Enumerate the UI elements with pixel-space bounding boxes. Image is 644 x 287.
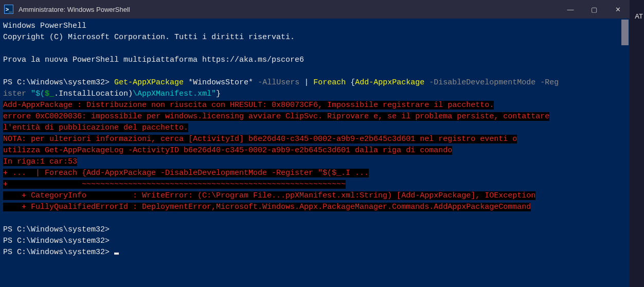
window-controls: — ▢ ✕ — [559, 0, 630, 19]
cmd-flags: -DisableDevelopmentMode -Reg — [424, 78, 559, 87]
window-title: Amministratore: Windows PowerShell — [19, 6, 559, 13]
cmd-get: Get-AppXPackage — [114, 78, 184, 87]
cmd-ister: ister — [3, 89, 31, 98]
cmd-add: Add-AppxPackage — [355, 78, 424, 87]
cmd-pipe: | — [299, 78, 313, 87]
scroll-thumb[interactable] — [621, 20, 629, 45]
cmd-brace: { — [346, 78, 355, 87]
cmd-endbrace: } — [216, 89, 221, 98]
error-line-2: errore 0xC0020036: impossibile per windo… — [3, 112, 549, 121]
cmd-allusers: -AllUsers — [258, 78, 299, 87]
cmd-str1: "$( — [31, 89, 45, 98]
header-line-1: Windows PowerShell — [3, 22, 86, 30]
error-line-8: + ~~~~~~~~~~~~~~~~~~~~~~~~~~~~~~~~~~~~~~… — [3, 180, 346, 189]
terminal-output[interactable]: Windows PowerShell Copyright (C) Microso… — [0, 19, 620, 287]
scrollbar[interactable] — [620, 19, 630, 287]
minimize-button[interactable]: — — [559, 0, 582, 19]
cursor — [114, 253, 119, 255]
cmd-arg: *WindowsStore* — [184, 78, 258, 87]
header-line-2: Copyright (C) Microsoft Corporation. Tut… — [3, 33, 295, 42]
error-line-6: In riga:1 car:53 — [3, 157, 77, 166]
error-line-4: NOTA: per ulteriori informazioni, cerca … — [3, 135, 517, 144]
error-line-10: + FullyQualifiedErrorId : DeploymentErro… — [3, 203, 531, 211]
prompt-3: PS C:\Windows\system32> — [3, 237, 110, 245]
close-button[interactable]: ✕ — [606, 0, 630, 19]
cmd-path: \AppXManifest.xml" — [133, 89, 216, 98]
background-fragment: AT — [635, 12, 643, 20]
powershell-window: >_ Amministratore: Windows PowerShell — … — [0, 0, 630, 287]
header-tip: Prova la nuova PowerShell multipiattafor… — [3, 56, 304, 64]
error-line-3: l'entità di pubblicazione del pacchetto. — [3, 123, 188, 132]
terminal-area: Windows PowerShell Copyright (C) Microso… — [0, 19, 630, 287]
cmd-str2: .InstallLocation) — [54, 89, 133, 98]
error-line-1: Add-AppxPackage : Distribuzione non rius… — [3, 101, 494, 110]
titlebar[interactable]: >_ Amministratore: Windows PowerShell — … — [0, 0, 630, 19]
prompt-1: PS C:\Windows\system32> — [3, 78, 110, 87]
cmd-var: $_ — [45, 89, 54, 98]
cmd-foreach: Foreach — [313, 78, 346, 87]
prompt-2: PS C:\Windows\system32> — [3, 225, 110, 234]
error-line-5: utilizza Get-AppPackageLog -ActivityID b… — [3, 146, 452, 155]
maximize-button[interactable]: ▢ — [582, 0, 606, 19]
powershell-icon: >_ — [4, 5, 13, 14]
prompt-4: PS C:\Windows\system32> — [3, 248, 110, 257]
error-line-9: + CategoryInfo : WriteError: (C:\Program… — [3, 191, 535, 200]
error-line-7: + ... | Foreach {Add-AppxPackage -Disabl… — [3, 169, 369, 177]
